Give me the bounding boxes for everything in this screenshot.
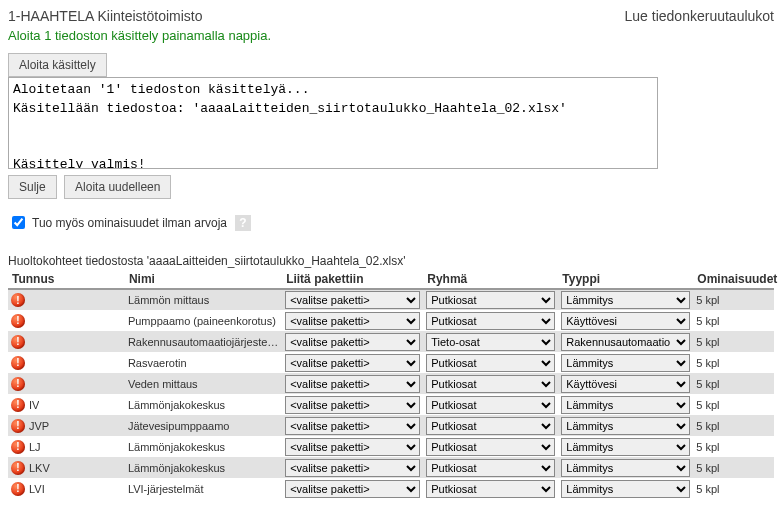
paketti-select[interactable]: <valitse paketti> — [285, 291, 420, 309]
ominaisuudet-text: 5 kpl — [693, 310, 774, 331]
nimi-text: Rasvaerotin — [125, 352, 282, 373]
ominaisuudet-text: 5 kpl — [693, 352, 774, 373]
col-tyyppi: Tyyppi — [558, 270, 693, 289]
ryhma-select[interactable]: Putkiosat — [426, 417, 555, 435]
paketti-select[interactable]: <valitse paketti> — [285, 438, 420, 456]
import-empty-checkbox[interactable] — [12, 216, 25, 229]
paketti-select[interactable]: <valitse paketti> — [285, 459, 420, 477]
warning-icon[interactable]: ! — [11, 482, 25, 496]
ominaisuudet-text: 5 kpl — [693, 373, 774, 394]
nimi-text: LVI-järjestelmät — [125, 478, 282, 499]
nimi-text: Lämmön mittaus — [125, 289, 282, 310]
table-row: !Rasvaerotin<valitse paketti>PutkiosatLä… — [8, 352, 774, 373]
ryhma-select[interactable]: Putkiosat — [426, 459, 555, 477]
table-row: !LVILVI-järjestelmät<valitse paketti>Put… — [8, 478, 774, 499]
paketti-select[interactable]: <valitse paketti> — [285, 354, 420, 372]
warning-icon[interactable]: ! — [11, 419, 25, 433]
page-title-right: Lue tiedonkeruutaulukot — [625, 8, 774, 24]
tyyppi-select[interactable]: Lämmitys — [561, 480, 690, 498]
ominaisuudet-text: 5 kpl — [693, 436, 774, 457]
ryhma-select[interactable]: Putkiosat — [426, 375, 555, 393]
col-omin: Ominaisuudet — [693, 270, 774, 289]
col-ryhma: Ryhmä — [423, 270, 558, 289]
tyyppi-select[interactable]: Lämmitys — [561, 354, 690, 372]
ryhma-select[interactable]: Putkiosat — [426, 354, 555, 372]
tyyppi-select[interactable]: Lämmitys — [561, 396, 690, 414]
paketti-select[interactable]: <valitse paketti> — [285, 396, 420, 414]
table-row: !Pumppaamo (paineenkorotus)<valitse pake… — [8, 310, 774, 331]
tyyppi-select[interactable]: Käyttövesi — [561, 375, 690, 393]
col-paketti: Liitä pakettiin — [282, 270, 423, 289]
start-button[interactable]: Aloita käsittely — [8, 53, 107, 77]
table-row: !LJLämmönjakokeskus<valitse paketti>Putk… — [8, 436, 774, 457]
table-row: !Rakennusautomaatiojärjestelmä<valitse p… — [8, 331, 774, 352]
ominaisuudet-text: 5 kpl — [693, 415, 774, 436]
nimi-text: Pumppaamo (paineenkorotus) — [125, 310, 282, 331]
nimi-text: Jätevesipumppaamo — [125, 415, 282, 436]
ominaisuudet-text: 5 kpl — [693, 331, 774, 352]
warning-icon[interactable]: ! — [11, 356, 25, 370]
table-row: !Veden mittaus<valitse paketti>Putkiosat… — [8, 373, 774, 394]
warning-icon[interactable]: ! — [11, 440, 25, 454]
tunnus-text: LVI — [29, 483, 45, 495]
paketti-select[interactable]: <valitse paketti> — [285, 480, 420, 498]
status-message: Aloita 1 tiedoston käsittely painamalla … — [8, 28, 774, 43]
ryhma-select[interactable]: Tieto-osat — [426, 333, 555, 351]
close-button[interactable]: Sulje — [8, 175, 57, 199]
nimi-text: Lämmönjakokeskus — [125, 436, 282, 457]
ominaisuudet-text: 5 kpl — [693, 394, 774, 415]
paketti-select[interactable]: <valitse paketti> — [285, 312, 420, 330]
table-row: !Lämmön mittaus<valitse paketti>Putkiosa… — [8, 289, 774, 310]
ryhma-select[interactable]: Putkiosat — [426, 291, 555, 309]
warning-icon[interactable]: ! — [11, 335, 25, 349]
import-empty-label[interactable]: Tuo myös ominaisuudet ilman arvoja — [32, 216, 227, 230]
ryhma-select[interactable]: Putkiosat — [426, 438, 555, 456]
tyyppi-select[interactable]: Lämmitys — [561, 291, 690, 309]
ominaisuudet-text: 5 kpl — [693, 457, 774, 478]
col-nimi: Nimi — [125, 270, 282, 289]
ominaisuudet-text: 5 kpl — [693, 289, 774, 310]
nimi-text: Veden mittaus — [125, 373, 282, 394]
tyyppi-select[interactable]: Rakennusautomaatio — [561, 333, 690, 351]
log-output[interactable] — [8, 77, 658, 169]
table-row: !JVPJätevesipumppaamo<valitse paketti>Pu… — [8, 415, 774, 436]
page-title-left: 1-HAAHTELA Kiinteistötoimisto — [8, 8, 203, 24]
paketti-select[interactable]: <valitse paketti> — [285, 333, 420, 351]
tyyppi-select[interactable]: Lämmitys — [561, 459, 690, 477]
results-table: Tunnus Nimi Liitä pakettiin Ryhmä Tyyppi… — [8, 270, 774, 499]
help-icon[interactable]: ? — [235, 215, 251, 231]
ominaisuudet-text: 5 kpl — [693, 478, 774, 499]
tunnus-text: LKV — [29, 462, 50, 474]
warning-icon[interactable]: ! — [11, 461, 25, 475]
table-row: !IVLämmönjakokeskus<valitse paketti>Putk… — [8, 394, 774, 415]
paketti-select[interactable]: <valitse paketti> — [285, 417, 420, 435]
col-tunnus: Tunnus — [8, 270, 125, 289]
restart-button[interactable]: Aloita uudelleen — [64, 175, 171, 199]
tunnus-text: IV — [29, 399, 39, 411]
tyyppi-select[interactable]: Lämmitys — [561, 438, 690, 456]
tunnus-text: LJ — [29, 441, 41, 453]
tyyppi-select[interactable]: Käyttövesi — [561, 312, 690, 330]
paketti-select[interactable]: <valitse paketti> — [285, 375, 420, 393]
warning-icon[interactable]: ! — [11, 293, 25, 307]
tunnus-text: JVP — [29, 420, 49, 432]
ryhma-select[interactable]: Putkiosat — [426, 396, 555, 414]
ryhma-select[interactable]: Putkiosat — [426, 480, 555, 498]
table-row: !LKVLämmönjakokeskus<valitse paketti>Put… — [8, 457, 774, 478]
nimi-text: Lämmönjakokeskus — [125, 457, 282, 478]
tyyppi-select[interactable]: Lämmitys — [561, 417, 690, 435]
nimi-text: Rakennusautomaatiojärjestelmä — [125, 331, 282, 352]
ryhma-select[interactable]: Putkiosat — [426, 312, 555, 330]
nimi-text: Lämmönjakokeskus — [125, 394, 282, 415]
warning-icon[interactable]: ! — [11, 314, 25, 328]
warning-icon[interactable]: ! — [11, 377, 25, 391]
table-subhead: Huoltokohteet tiedostosta 'aaaaLaitteide… — [8, 254, 774, 268]
warning-icon[interactable]: ! — [11, 398, 25, 412]
